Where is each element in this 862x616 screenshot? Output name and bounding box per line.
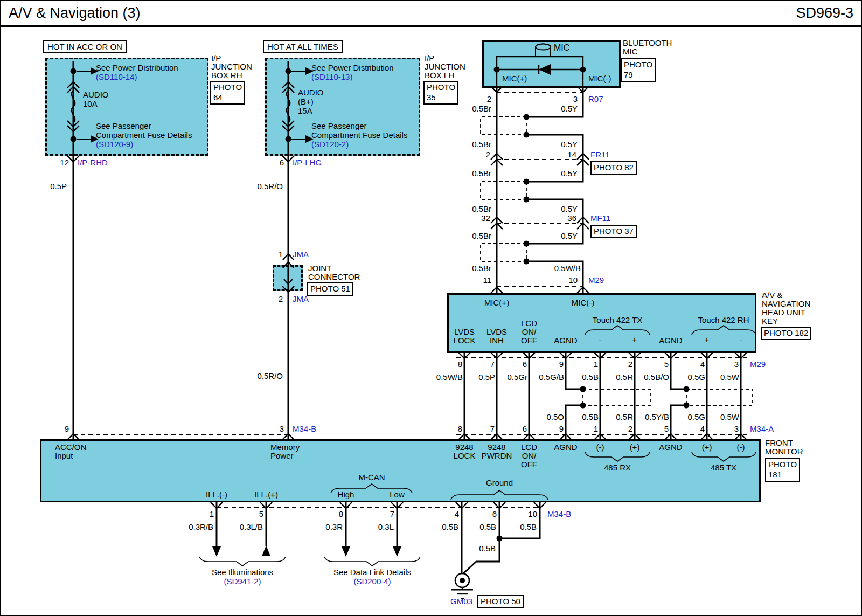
connector-jma-bottom[interactable]: JMA [293, 295, 309, 303]
wire-u-7: 0.5G [687, 373, 705, 382]
photo-35-box[interactable]: PHOTO 35 [423, 81, 458, 105]
connector-m29-bottom[interactable]: M29 [750, 360, 766, 369]
fuse-lh-bplus: (B+) [298, 98, 314, 106]
pin-3-m34b: 3 [280, 425, 284, 433]
m29-pin-11: 11 [483, 276, 491, 285]
port-acc-1: ACC/ON [55, 443, 86, 452]
wire-seg2-r: 0.5Y [561, 140, 578, 149]
ref-sd120-9[interactable]: (SD120-9) [96, 140, 133, 149]
head-mic-plus: MIC(+) [484, 299, 509, 307]
ref-sd200-4[interactable]: (SD200-4) [353, 577, 391, 586]
connector-ip-lhg[interactable]: I/P-LHG [293, 158, 322, 167]
wire-seg1-l: 0.5Br [472, 105, 491, 113]
wire-u-0: 0.5W/B [436, 373, 463, 382]
pin-6: 6 [280, 158, 284, 167]
fr11-pin-2: 2 [486, 150, 490, 159]
r07-pin-3: 3 [573, 95, 578, 103]
port-mlcd-2: ON/ [522, 452, 537, 460]
wire-b-0: 0.3R/B [189, 523, 213, 531]
port-mem-2: Power [270, 452, 294, 460]
photo-64-box[interactable]: PHOTO 64 [210, 81, 245, 105]
connector-jma-top[interactable]: JMA [293, 250, 309, 259]
ref-sd110-13[interactable]: (SD110-13) [311, 73, 352, 81]
photo-35-l1: PHOTO [427, 82, 455, 93]
connector-fr11[interactable]: FR11 [590, 150, 610, 159]
bt-mic-name-2: MIC [623, 47, 638, 56]
photo-79-box[interactable]: PHOTO 79 [621, 58, 656, 82]
port-lvds-inh-2: INH [490, 336, 504, 345]
port-9248-lock-2: LOCK [454, 452, 476, 460]
connector-m29-top[interactable]: M29 [588, 276, 604, 285]
photo-181-box[interactable]: PHOTO 181 [765, 458, 800, 482]
photo-37-box[interactable]: PHOTO 37 [590, 225, 637, 238]
photo-79-l1: PHOTO [624, 60, 652, 70]
connector-m34b-top[interactable]: M34-B [293, 425, 316, 433]
wire-seg3-r: 0.5Y [561, 169, 578, 178]
photo-35-l2: 35 [427, 93, 455, 103]
fuse-lh-rating: 15A [298, 107, 312, 115]
wire-seg3-l: 0.5Br [472, 169, 491, 178]
photo-181-l1: PHOTO [768, 460, 797, 470]
m34a-pin-8: 8 [458, 425, 462, 433]
wire-u-2: 0.5Gr [507, 373, 527, 382]
wiring-diagram-page: A/V & Navigation (3) SD969-3 [0, 0, 862, 616]
wire-seg5-l: 0.5Br [472, 232, 491, 240]
m34a-pin-1: 1 [594, 425, 598, 433]
connector-ip-rhd[interactable]: I/P-RHD [78, 158, 108, 167]
see-power-dist-rh: See Power Distribution [96, 64, 178, 72]
port-agnd-2: AGND [659, 336, 682, 345]
m34a-pin-9: 9 [559, 425, 564, 433]
ref-sd120-2[interactable]: (SD120-2) [311, 140, 349, 149]
banner-hot-in-acc: HOT IN ACC OR ON [43, 40, 127, 53]
m29b-pin-8: 8 [458, 360, 462, 369]
see-passenger-lh-1: See Passenger [311, 122, 367, 130]
wire-l-3: 0.5Y/B [645, 413, 669, 421]
photo-182-label: PHOTO 182 [764, 328, 808, 338]
m34b-pin-1: 1 [210, 510, 214, 518]
photo-51-label: PHOTO 51 [310, 284, 350, 294]
photo-82-box[interactable]: PHOTO 82 [590, 161, 637, 175]
junction-lh-label-1: I/P [425, 54, 434, 63]
m29b-pin-9: 9 [559, 360, 564, 369]
photo-50-label: PHOTO 50 [481, 597, 520, 607]
wire-l-2: 0.5R [616, 413, 633, 421]
wire-seg4-l: 0.5Br [472, 205, 491, 213]
wire-u-6: 0.5B/O [644, 373, 669, 382]
m34b-pin-6: 6 [492, 510, 497, 518]
connector-mf11[interactable]: MF11 [590, 214, 610, 223]
wire-l-0: 0.5O [546, 413, 564, 421]
wire-b-6: 0.5B [520, 523, 537, 531]
connector-m34a[interactable]: M34-A [750, 425, 774, 433]
port-acc-2: Input [55, 452, 73, 460]
monitor-side-1: FRONT [765, 439, 793, 447]
junction-rh-label-2: JUNCTION [211, 63, 252, 71]
photo-50-box[interactable]: PHOTO 50 [477, 595, 524, 608]
port-lcd-2: ON/ [522, 328, 537, 336]
wire-b-1: 0.3L/B [240, 523, 263, 531]
m34b-pin-10: 10 [528, 510, 537, 518]
connector-r07[interactable]: R07 [588, 95, 603, 103]
photo-182-box[interactable]: PHOTO 182 [761, 327, 811, 340]
exit-chevrons [67, 86, 747, 508]
m29-pin-10: 10 [568, 276, 578, 285]
m34a-pin-6: 6 [523, 425, 527, 433]
photo-51-box[interactable]: PHOTO 51 [307, 282, 353, 296]
port-mlcd-1: LCD [521, 443, 537, 452]
wire-seg1-r: 0.5Y [561, 105, 578, 113]
mic-symbol-label: MIC [554, 43, 569, 52]
wire-u-8: 0.5W [720, 373, 739, 382]
connector-m34b-bottom[interactable]: M34-B [547, 510, 571, 518]
connector-gm03[interactable]: GM03 [450, 597, 472, 606]
joint-label-1: JOINT [308, 264, 331, 273]
joint-pin-1: 1 [279, 250, 283, 259]
power-wires [73, 61, 288, 439]
m34b-pin-5: 5 [259, 510, 263, 518]
photo-64-l1: PHOTO [213, 82, 242, 93]
joint-label-2: CONNECTOR [308, 273, 360, 281]
wire-b-2: 0.3R [325, 523, 343, 531]
brace-485-tx: 485 TX [711, 463, 736, 472]
wire-seg5-r: 0.5Y [561, 232, 578, 240]
ref-sd941-2[interactable]: (SD941-2) [224, 577, 261, 586]
junction-lh-label-2: JUNCTION [425, 63, 465, 71]
ref-sd110-14[interactable]: (SD110-14) [96, 73, 137, 81]
